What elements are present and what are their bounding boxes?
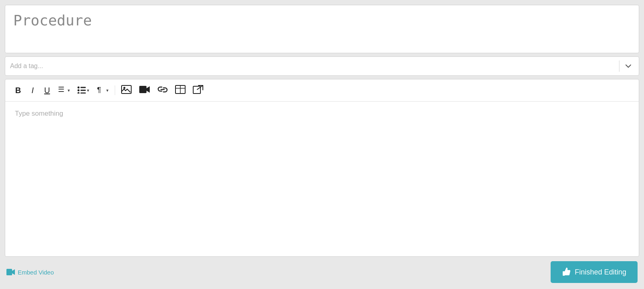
unordered-list-icon xyxy=(77,85,86,96)
svg-rect-10 xyxy=(139,86,147,93)
external-link-icon xyxy=(193,85,203,96)
insert-link-button[interactable] xyxy=(155,83,171,97)
finished-editing-button[interactable]: Finished Editing xyxy=(551,261,638,283)
tag-dropdown-button[interactable] xyxy=(623,61,634,71)
paragraph-style-button[interactable]: ¶ ▾ xyxy=(94,83,111,97)
tag-divider xyxy=(619,60,619,72)
svg-text:☰: ☰ xyxy=(58,85,64,94)
insert-video-button[interactable] xyxy=(136,83,153,97)
svg-rect-4 xyxy=(80,89,86,91)
paragraph-icon: ¶ xyxy=(97,85,105,96)
tag-input-row xyxy=(5,56,639,76)
ordered-list-button[interactable]: ☰ ▾ xyxy=(55,83,73,97)
editor-toolbar: B I U ☰ ▾ xyxy=(5,79,639,102)
insert-table-button[interactable] xyxy=(172,83,188,97)
embed-video-icon xyxy=(6,268,15,276)
editor-container: B I U ☰ ▾ xyxy=(5,79,639,257)
paragraph-style-dropdown-arrow: ▾ xyxy=(106,88,109,93)
bold-icon: B xyxy=(15,86,21,95)
finished-editing-label: Finished Editing xyxy=(575,268,626,277)
underline-icon: U xyxy=(44,86,50,95)
svg-rect-15 xyxy=(193,86,200,94)
embed-video-label: Embed Video xyxy=(18,269,54,276)
svg-point-9 xyxy=(124,87,126,89)
external-link-button[interactable] xyxy=(190,83,206,97)
svg-text:¶: ¶ xyxy=(97,85,101,94)
ordered-list-dropdown-arrow: ▾ xyxy=(68,88,70,93)
svg-rect-6 xyxy=(80,92,86,94)
svg-rect-2 xyxy=(80,87,86,88)
ordered-list-icon: ☰ xyxy=(58,85,67,96)
bottom-bar: Embed Video Finished Editing xyxy=(5,260,639,284)
chevron-down-icon xyxy=(625,63,632,69)
toolbar-separator-1 xyxy=(115,85,115,95)
link-icon xyxy=(157,85,168,96)
svg-point-1 xyxy=(78,86,80,88)
underline-button[interactable]: U xyxy=(41,83,54,97)
editor-content-area[interactable]: Type something xyxy=(5,102,639,256)
procedure-title-input[interactable] xyxy=(5,5,639,53)
thumbs-up-icon xyxy=(562,267,571,278)
svg-point-3 xyxy=(78,89,80,91)
editor-placeholder: Type something xyxy=(15,110,63,117)
video-icon xyxy=(139,85,150,96)
tag-input[interactable] xyxy=(10,62,616,70)
embed-video-link[interactable]: Embed Video xyxy=(6,268,54,276)
image-icon xyxy=(121,85,132,96)
italic-button[interactable]: I xyxy=(26,83,39,97)
bold-button[interactable]: B xyxy=(12,83,25,97)
svg-rect-16 xyxy=(6,269,12,275)
insert-image-button[interactable] xyxy=(118,83,134,97)
unordered-list-button[interactable]: ▾ xyxy=(74,83,92,97)
unordered-list-dropdown-arrow: ▾ xyxy=(87,88,89,93)
italic-icon: I xyxy=(31,86,34,95)
svg-point-5 xyxy=(78,92,80,94)
table-icon xyxy=(175,85,186,96)
